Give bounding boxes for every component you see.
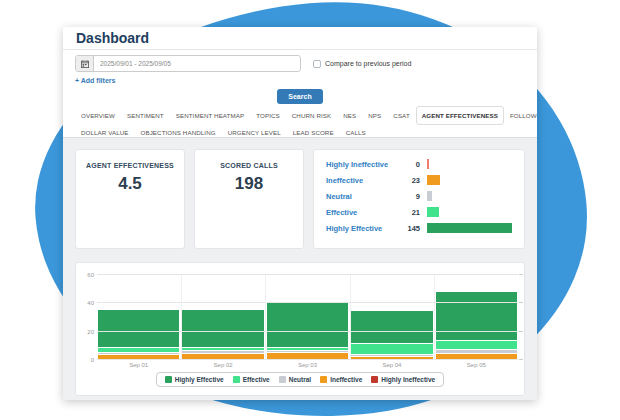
- vertical-gridline: [181, 275, 182, 360]
- effectiveness-breakdown-card: Highly Ineffective0Ineffective23Neutral9…: [313, 149, 525, 249]
- date-range-picker[interactable]: 2025/09/01 - 2025/09/05: [75, 55, 301, 72]
- breakdown-row-ineffective: Ineffective23: [326, 175, 512, 185]
- tab-follow-up-commitment[interactable]: FOLLOW-UP COMMITMENT: [504, 106, 537, 125]
- bar-segment-effective: [436, 340, 517, 349]
- tabs-row-1: OVERVIEWSENTIMENTSENTIMENT HEATMAPTOPICS…: [75, 106, 525, 125]
- bar-segment-highly-effective: [267, 301, 348, 348]
- bar-segment-highly-effective: [436, 291, 517, 341]
- legend-item-highly-ineffective[interactable]: Highly Ineffective: [371, 376, 435, 383]
- tab-agent-effectiveness[interactable]: AGENT EFFECTIVENESS: [416, 106, 504, 125]
- legend-swatch: [233, 376, 240, 383]
- plot-row: 0204060: [82, 275, 518, 360]
- legend-item-effective[interactable]: Effective: [233, 376, 270, 383]
- legend-item-highly-effective[interactable]: Highly Effective: [165, 376, 224, 383]
- breakdown-label[interactable]: Highly Effective: [326, 224, 398, 233]
- legend-swatch: [165, 376, 172, 383]
- tabs: OVERVIEWSENTIMENTSENTIMENT HEATMAPTOPICS…: [75, 106, 525, 140]
- y-axis: 0204060: [82, 275, 97, 360]
- tab-nps[interactable]: NPS: [362, 106, 387, 125]
- bar-segment-highly-effective: [351, 310, 432, 343]
- tab-sentiment-heatmap[interactable]: SENTIMENT HEATMAP: [170, 106, 251, 125]
- legend-label: Neutral: [289, 376, 311, 383]
- tab-lead-score[interactable]: LEAD SCORE: [287, 125, 340, 140]
- stacked-bar-sep-04: [351, 310, 432, 360]
- vertical-gridline: [434, 275, 435, 360]
- x-tick-label: Sep 01: [98, 362, 179, 368]
- legend-box: Highly EffectiveEffectiveNeutralIneffect…: [156, 372, 444, 387]
- calendar-addon[interactable]: [76, 56, 94, 71]
- stacked-bar-sep-01: [98, 309, 179, 360]
- chart-legend: Highly EffectiveEffectiveNeutralIneffect…: [82, 372, 518, 387]
- x-tick-label: Sep 04: [351, 362, 432, 368]
- tab-sentiment[interactable]: SENTIMENT: [121, 106, 170, 125]
- tab-churn-risk[interactable]: CHURN RISK: [286, 106, 338, 125]
- legend-label: Highly Ineffective: [381, 376, 435, 383]
- tab-calls[interactable]: CALLS: [340, 125, 372, 140]
- legend-label: Ineffective: [330, 376, 362, 383]
- x-axis-labels: Sep 01Sep 02Sep 03Sep 04Sep 05: [97, 362, 518, 368]
- breakdown-value: 9: [398, 192, 420, 201]
- vertical-gridline: [350, 275, 351, 360]
- axis-tick: [519, 302, 523, 303]
- stat-value: 4.5: [76, 174, 184, 194]
- axis-tick: [519, 274, 523, 275]
- tab-objections-handling[interactable]: OBJECTIONS HANDLING: [135, 125, 222, 140]
- axis-tick: [519, 359, 523, 360]
- calendar-icon: [81, 60, 89, 68]
- plot-area: [97, 275, 518, 360]
- legend-swatch: [320, 376, 327, 383]
- gridline: [97, 302, 518, 303]
- tab-dollar-value[interactable]: DOLLAR VALUE: [75, 125, 135, 140]
- stat-card-scored-calls: SCORED CALLS 198: [194, 149, 304, 249]
- breakdown-bar: [427, 223, 512, 233]
- bars-container: [97, 275, 518, 360]
- date-range-input[interactable]: 2025/09/01 - 2025/09/05: [94, 56, 300, 71]
- legend-label: Highly Effective: [175, 376, 224, 383]
- compare-group: Compare to previous period: [313, 60, 411, 68]
- breakdown-label[interactable]: Neutral: [326, 192, 398, 201]
- stat-label: SCORED CALLS: [195, 162, 303, 169]
- panel-header: Dashboard: [63, 27, 537, 50]
- search-button[interactable]: Search: [277, 89, 323, 104]
- breakdown-bar: [427, 207, 439, 217]
- cards-row: AGENT EFFECTIVENESS 4.5 SCORED CALLS 198…: [75, 149, 525, 249]
- stacked-bar-sep-02: [182, 309, 263, 360]
- stat-value: 198: [195, 174, 303, 194]
- breakdown-bar: [427, 191, 432, 201]
- compare-label: Compare to previous period: [325, 60, 411, 67]
- stacked-bar-sep-05: [436, 291, 517, 360]
- gridline: [97, 359, 518, 360]
- y-tick-label: 40: [87, 300, 94, 306]
- tab-urgency-level[interactable]: URGENCY LEVEL: [222, 125, 287, 140]
- chart-card: 0204060 Sep 01Sep 02Sep 03Sep 04Sep 05 H…: [75, 262, 525, 396]
- bar-segment-effective: [351, 343, 432, 354]
- x-tick-label: Sep 03: [267, 362, 348, 368]
- breakdown-label[interactable]: Effective: [326, 208, 398, 217]
- legend-swatch: [371, 376, 378, 383]
- filter-row: 2025/09/01 - 2025/09/05 Compare to previ…: [75, 55, 525, 72]
- tab-nes[interactable]: NES: [337, 106, 362, 125]
- stat-label: AGENT EFFECTIVENESS: [76, 162, 184, 169]
- tab-topics[interactable]: TOPICS: [250, 106, 286, 125]
- breakdown-label[interactable]: Ineffective: [326, 176, 398, 185]
- breakdown-bar-track: [427, 175, 512, 185]
- legend-item-ineffective[interactable]: Ineffective: [320, 376, 362, 383]
- legend-item-neutral[interactable]: Neutral: [279, 376, 311, 383]
- bar-segment-highly-effective: [182, 309, 263, 347]
- breakdown-bar-track: [427, 223, 512, 233]
- add-filters-link[interactable]: + Add filters: [75, 77, 525, 87]
- legend-label: Effective: [243, 376, 270, 383]
- stat-card-agent-effectiveness: AGENT EFFECTIVENESS 4.5: [75, 149, 185, 249]
- tab-csat[interactable]: CSAT: [387, 106, 415, 125]
- x-tick-label: Sep 05: [436, 362, 517, 368]
- breakdown-bar-track: [427, 159, 512, 169]
- gridline: [97, 274, 518, 275]
- breakdown-row-neutral: Neutral9: [326, 191, 512, 201]
- compare-checkbox[interactable]: [313, 60, 321, 68]
- breakdown-row-effective: Effective21: [326, 207, 512, 217]
- breakdown-value: 23: [398, 176, 420, 185]
- tab-overview[interactable]: OVERVIEW: [75, 106, 121, 125]
- breakdown-bar: [427, 175, 440, 185]
- breakdown-label[interactable]: Highly Ineffective: [326, 160, 398, 169]
- breakdown-bar: [427, 159, 429, 169]
